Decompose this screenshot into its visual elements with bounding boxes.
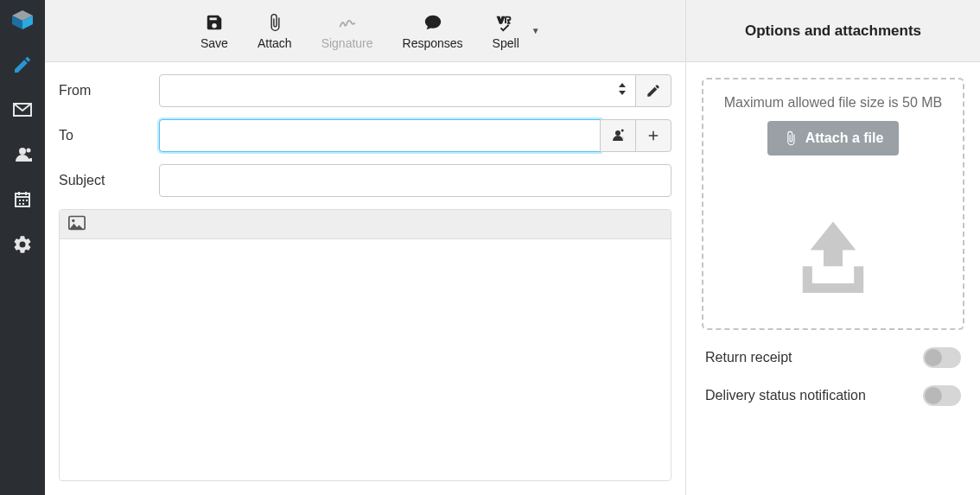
nav-settings[interactable] (10, 232, 35, 257)
app-logo-icon (10, 9, 35, 33)
compose-main: Save Attach Signature Responses Spell ▼ (45, 0, 686, 495)
subject-label: Subject (59, 173, 159, 188)
nav-contacts[interactable] (10, 142, 35, 168)
image-icon (68, 215, 86, 231)
add-recipient-button[interactable] (635, 119, 671, 152)
signature-icon (338, 12, 357, 33)
return-receipt-label: Return receipt (705, 350, 792, 365)
comment-icon (423, 12, 442, 33)
save-icon (205, 12, 224, 33)
toolbar-responses-label: Responses (403, 36, 463, 50)
nav-compose[interactable] (10, 52, 35, 78)
insert-image-button[interactable] (68, 215, 86, 234)
options-panel: Options and attachments Maximum allowed … (686, 0, 980, 495)
vertical-nav (0, 0, 45, 495)
nav-calendar[interactable] (10, 187, 35, 213)
return-receipt-row: Return receipt (702, 347, 964, 368)
plus-icon (646, 128, 661, 143)
from-select[interactable] (159, 74, 636, 107)
toolbar-save-label: Save (200, 36, 228, 50)
toolbar-attach-label: Attach (258, 36, 292, 50)
toolbar-spell-label: Spell (493, 36, 519, 50)
max-filesize-text: Maximum allowed file size is 50 MB (714, 95, 952, 111)
compose-fields: From To (45, 62, 685, 209)
svg-point-2 (72, 219, 74, 221)
delivery-status-toggle[interactable] (923, 385, 961, 406)
add-contact-button[interactable] (600, 119, 636, 152)
from-label: From (59, 83, 159, 98)
editor (59, 209, 671, 481)
spellcheck-icon (496, 12, 515, 33)
compose-toolbar: Save Attach Signature Responses Spell ▼ (45, 0, 685, 62)
toolbar-spell-button[interactable]: Spell (493, 12, 519, 50)
toolbar-signature-label: Signature (321, 36, 373, 50)
select-sort-icon (618, 83, 627, 98)
contacts-icon (610, 128, 626, 143)
delivery-status-label: Delivery status notification (705, 388, 866, 403)
attach-file-button[interactable]: Attach a file (767, 121, 900, 155)
to-input[interactable] (159, 119, 601, 152)
to-label: To (59, 128, 159, 143)
toolbar-signature-button[interactable]: Signature (321, 12, 373, 50)
return-receipt-toggle[interactable] (923, 347, 961, 368)
options-header: Options and attachments (686, 0, 980, 62)
delivery-status-row: Delivery status notification (702, 385, 964, 406)
editor-toolbar (60, 210, 671, 239)
pencil-icon (646, 83, 661, 98)
paperclip-icon (265, 12, 284, 33)
paperclip-icon (783, 130, 799, 146)
toolbar-responses-button[interactable]: Responses (403, 12, 463, 50)
toolbar-save-button[interactable]: Save (200, 12, 228, 50)
spell-dropdown-caret[interactable]: ▼ (531, 26, 540, 35)
nav-mail[interactable] (10, 97, 35, 123)
svg-point-0 (27, 149, 31, 153)
subject-input[interactable] (159, 164, 671, 197)
editor-body[interactable] (60, 239, 671, 480)
attach-file-label: Attach a file (805, 130, 884, 146)
toolbar-attach-button[interactable]: Attach (258, 12, 292, 50)
edit-identity-button[interactable] (635, 74, 671, 107)
attachment-dropzone[interactable]: Maximum allowed file size is 50 MB Attac… (702, 78, 964, 330)
upload-illustration-icon (786, 207, 881, 302)
